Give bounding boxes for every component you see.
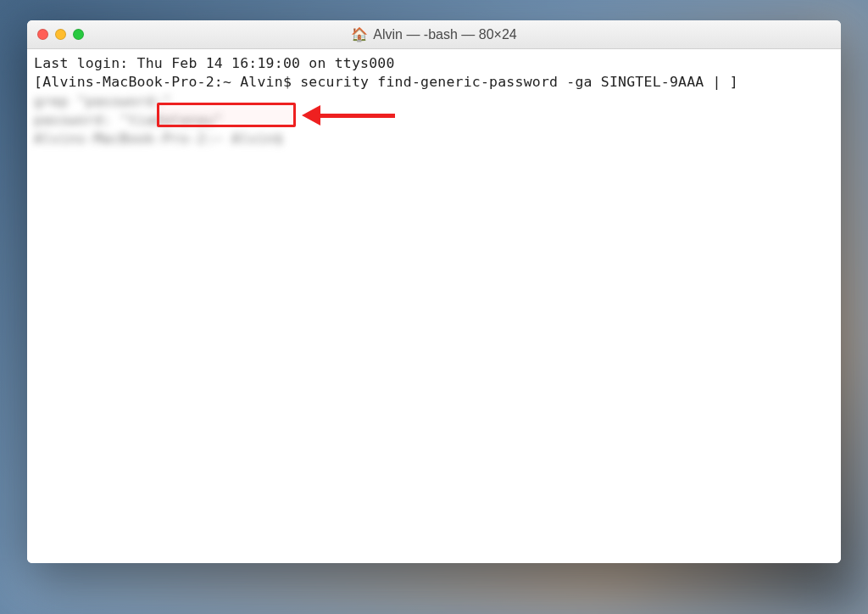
terminal-line: [Alvins-MacBook-Pro-2:~ Alvin$ security … <box>34 73 834 92</box>
annotation-highlight-box <box>157 103 296 127</box>
blurred-region: grep "password:" password: "tiadatanau" … <box>34 92 834 149</box>
window-title: Alvin — -bash — 80×24 <box>373 27 516 42</box>
terminal-line: Last login: Thu Feb 14 16:19:00 on ttys0… <box>34 54 834 73</box>
window-title-wrap: 🏠 Alvin — -bash — 80×24 <box>27 26 841 42</box>
traffic-lights <box>27 29 84 40</box>
minimize-icon[interactable] <box>55 29 66 40</box>
terminal-line-blurred: password: "tiadatanau" <box>34 111 834 130</box>
close-icon[interactable] <box>37 29 48 40</box>
titlebar[interactable]: 🏠 Alvin — -bash — 80×24 <box>27 20 841 49</box>
terminal-line-blurred: Alvins-MacBook-Pro-2:~ Alvin$ <box>34 130 834 148</box>
annotation-arrow-icon <box>302 105 403 124</box>
terminal-window: 🏠 Alvin — -bash — 80×24 Last login: Thu … <box>27 20 841 563</box>
terminal-line-blurred: grep "password:" <box>34 92 834 111</box>
home-icon: 🏠 <box>351 26 368 42</box>
zoom-icon[interactable] <box>73 29 84 40</box>
terminal-output[interactable]: Last login: Thu Feb 14 16:19:00 on ttys0… <box>27 49 841 563</box>
